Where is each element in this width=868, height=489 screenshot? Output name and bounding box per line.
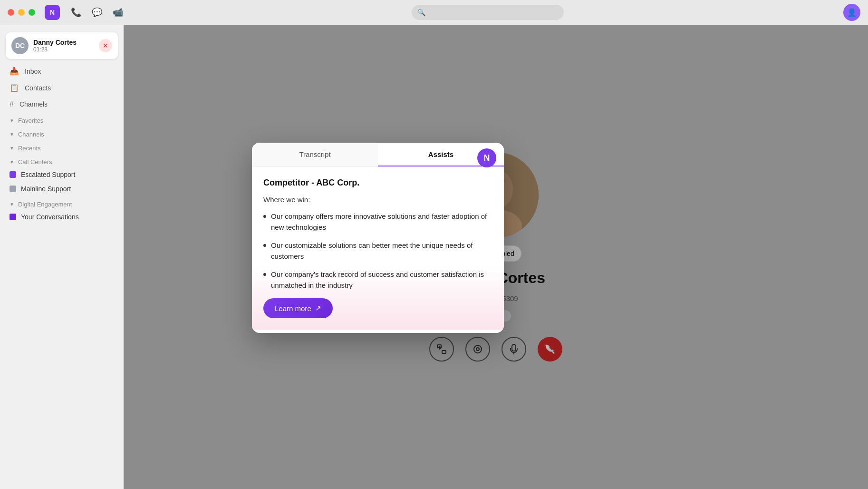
recents-label: Recents [18,145,41,152]
your-conversations-label: Your Conversations [21,213,79,221]
chevron-icon: ▼ [10,132,14,137]
call-info: Danny Cortes 01:28 [33,39,94,53]
list-item-text: Our company's track record of success an… [271,269,492,291]
list-item-text: Our customizable solutions can better me… [271,240,492,262]
your-conversations-dot [10,214,16,220]
channels-section-header[interactable]: ▼ Channels [0,126,124,140]
call-name: Danny Cortes [33,39,94,46]
escalated-support-dot [10,171,16,178]
close-dot[interactable] [8,9,14,16]
sidebar-item-mainline-support[interactable]: Mainline Support [0,182,124,196]
bullet-icon [263,244,266,247]
list-item: Our company's track record of success an… [263,269,492,291]
bullet-icon [263,273,266,276]
digital-engagement-section-header[interactable]: ▼ Digital Engagement [0,196,124,210]
list-item: Our customizable solutions can better me… [263,240,492,262]
list-item: Our company offers more innovative solut… [263,211,492,233]
chevron-icon: ▼ [10,146,14,151]
video-icon[interactable]: 📹 [111,6,125,19]
sidebar-item-your-conversations[interactable]: Your Conversations [0,210,124,224]
active-call-item[interactable]: DC Danny Cortes 01:28 ✕ [6,32,118,59]
sidebar-item-escalated-support[interactable]: Escalated Support [0,167,124,182]
call-centers-label: Call Centers [18,158,52,166]
list-item-text: Our company offers more innovative solut… [271,211,492,233]
search-area: 🔍 [132,5,843,20]
digital-engagement-label: Digital Engagement [18,201,72,208]
favorites-section-header[interactable]: ▼ Favorites [0,112,124,126]
modal-tabs: Transcript Assists N [252,143,504,166]
escalated-support-label: Escalated Support [21,171,75,178]
favorites-label: Favorites [18,117,43,124]
call-time: 01:28 [33,46,94,53]
sidebar-item-channels[interactable]: # Channels [0,96,124,112]
message-icon[interactable]: 💬 [90,6,104,19]
inbox-icon: 📥 [10,67,19,76]
sidebar-item-inbox[interactable]: 📥 Inbox [0,63,124,79]
call-avatar: DC [11,37,29,54]
phone-icon[interactable]: 📞 [69,6,83,19]
sidebar-item-contacts[interactable]: 📋 Contacts [0,79,124,96]
app-logo: N [45,5,60,20]
mainline-support-label: Mainline Support [21,185,71,193]
channels-icon: # [10,100,14,108]
titlebar: N 📞 💬 📹 🔍 👤 [0,0,868,25]
learn-more-button[interactable]: Learn more ↗ [263,298,333,318]
modal-body: Competitor - ABC Corp. Where we win: Our… [252,166,504,330]
chevron-icon: ▼ [10,118,14,123]
call-centers-section-header[interactable]: ▼ Call Centers [0,154,124,167]
learn-more-label: Learn more [275,304,311,313]
app-body: DC Danny Cortes 01:28 ✕ 📥 Inbox 📋 Contac… [0,25,868,489]
recents-section-header[interactable]: ▼ Recents [0,140,124,154]
sidebar: DC Danny Cortes 01:28 ✕ 📥 Inbox 📋 Contac… [0,25,124,489]
main-content: N Enabled Danny Cortes 555-567-5309 01:2… [124,25,868,489]
end-call-button[interactable]: ✕ [99,39,112,52]
maximize-dot[interactable] [29,9,35,16]
contacts-icon: 📋 [10,83,19,92]
modal-subtitle: Where we win: [263,196,492,204]
chevron-icon: ▼ [10,159,14,165]
contacts-label: Contacts [25,84,51,92]
assists-modal: Transcript Assists N Competitor - ABC Co… [252,143,504,333]
modal-list: Our company offers more innovative solut… [263,211,492,291]
search-bar[interactable]: 🔍 [412,5,564,20]
ai-button[interactable]: N [477,148,496,167]
minimize-dot[interactable] [18,9,25,16]
modal-overlay: Transcript Assists N Competitor - ABC Co… [124,25,868,489]
channels-section-label: Channels [18,131,44,138]
modal-title: Competitor - ABC Corp. [263,178,492,188]
avatar[interactable]: 👤 [843,4,860,21]
mainline-support-dot [10,186,16,192]
bullet-icon [263,215,266,218]
search-icon: 🔍 [417,9,425,16]
external-link-icon: ↗ [315,304,321,313]
channels-label: Channels [19,100,48,108]
chevron-icon: ▼ [10,202,14,207]
window-controls [8,9,35,16]
inbox-label: Inbox [25,68,41,75]
tab-transcript[interactable]: Transcript [252,143,378,166]
